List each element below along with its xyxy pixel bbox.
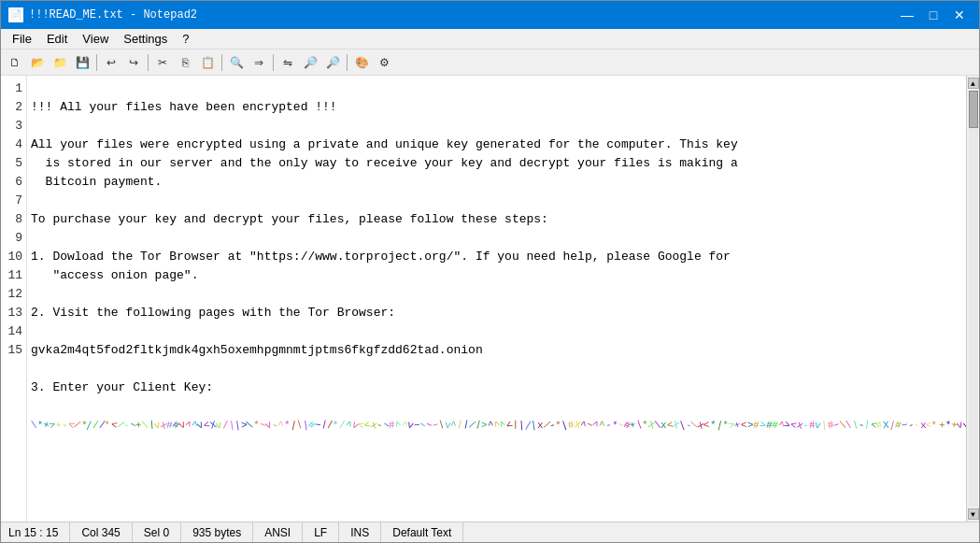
paste-button[interactable]: 📋 [197, 52, 218, 73]
line-num-11: 11 [5, 266, 22, 285]
toolbar-sep-1 [96, 54, 97, 71]
status-col: Col 345 [70, 522, 132, 542]
line-13: 3. Enter your Client Key: [31, 380, 213, 394]
status-bar: Ln 15 : 15 Col 345 Sel 0 935 bytes ANSI … [1, 522, 979, 542]
app-icon: 📄 [8, 7, 23, 22]
status-encoding: ANSI [253, 522, 303, 542]
status-lineending: LF [303, 522, 339, 542]
title-bar-controls: — □ ✕ [895, 6, 972, 24]
zoom-out-button[interactable]: 🔎 [322, 52, 343, 73]
line-num-10: 10 [5, 248, 22, 266]
menu-view[interactable]: View [75, 30, 116, 48]
line-5: To purchase your key and decrypt your fi… [31, 212, 548, 226]
toolbar-sep-5 [347, 54, 348, 71]
line-11: gvka2m4qt5fod2fltkjmdk4gxh5oxemhpgmnmtjp… [31, 343, 483, 357]
vertical-scrollbar[interactable]: ▲ ▼ [966, 76, 979, 522]
scroll-track[interactable] [969, 91, 978, 507]
toolbar-sep-2 [148, 54, 149, 71]
line-3c: Bitcoin payment. [31, 175, 162, 189]
line-numbers: 1 2 3 4 5 6 7 8 9 10 11 12 13 14 15 [1, 76, 27, 522]
status-position: Ln 15 : 15 [1, 522, 70, 542]
scroll-up-arrow[interactable]: ▲ [968, 78, 979, 89]
toolbar: 🗋 📂 📁 💾 ↩ ↪ ✂ ⎘ 📋 🔍 ⇒ ⇋ 🔎 🔎 🎨 ⚙ [1, 50, 979, 76]
wrap-button[interactable]: ⇋ [277, 52, 298, 73]
find-button[interactable]: 🔍 [226, 52, 247, 73]
line-15-art: \*+>+-</*|//*</-~+\\vx##v^^v<Xv/||>\*~v-… [31, 418, 966, 432]
settings2-button[interactable]: ⚙ [374, 52, 394, 73]
line-9: 2. Visit the following pages with the To… [31, 306, 395, 320]
status-style: Default Text [381, 522, 463, 542]
maximize-button[interactable]: □ [921, 6, 945, 24]
menu-settings[interactable]: Settings [116, 30, 175, 48]
cut-button[interactable]: ✂ [152, 52, 173, 73]
open2-button[interactable]: 📁 [50, 52, 70, 73]
find2-button[interactable]: ⇒ [249, 52, 269, 73]
title-bar: 📄 !!!READ_ME.txt - Notepad2 — □ ✕ [1, 1, 979, 29]
window-title: !!!READ_ME.txt - Notepad2 [29, 8, 197, 21]
minimize-button[interactable]: — [895, 6, 919, 24]
line-num-13: 13 [5, 304, 22, 322]
line-num-8: 8 [5, 210, 22, 229]
line-3b: is stored in our server and the only way… [31, 156, 738, 170]
menu-edit[interactable]: Edit [39, 30, 75, 48]
line-num-1: 1 [5, 79, 22, 98]
line-3: All your files were encrypted using a pr… [31, 137, 738, 151]
status-size: 935 bytes [181, 522, 253, 542]
line-num-12: 12 [5, 285, 22, 304]
line-1: !!! All your files have been encrypted !… [31, 100, 337, 114]
toolbar-sep-4 [273, 54, 274, 71]
line-num-9: 9 [5, 229, 22, 248]
line-num-3: 3 [5, 117, 22, 136]
line-num-7: 7 [5, 192, 22, 210]
line-num-2: 2 [5, 98, 22, 117]
status-sel: Sel 0 [133, 522, 181, 542]
toolbar-sep-3 [221, 54, 222, 71]
zoom-in-button[interactable]: 🔎 [300, 52, 320, 73]
line-num-14: 14 [5, 322, 22, 341]
close-button[interactable]: ✕ [947, 6, 972, 24]
line-num-15: 15 [5, 341, 22, 360]
line-7b: "access onion page". [31, 268, 198, 282]
text-content[interactable]: !!! All your files have been encrypted !… [27, 76, 966, 522]
line-num-4: 4 [5, 136, 22, 154]
menu-file[interactable]: File [5, 30, 39, 48]
menu-help[interactable]: ? [175, 30, 196, 48]
copy-button[interactable]: ⎘ [175, 52, 195, 73]
open-button[interactable]: 📂 [27, 52, 48, 73]
scroll-thumb[interactable] [969, 91, 978, 128]
scheme-button[interactable]: 🎨 [351, 52, 372, 73]
redo-button[interactable]: ↪ [123, 52, 144, 73]
scroll-down-arrow[interactable]: ▼ [968, 508, 979, 520]
notepad-window: 📄 !!!READ_ME.txt - Notepad2 — □ ✕ File E… [0, 0, 980, 543]
save-button[interactable]: 💾 [72, 52, 92, 73]
undo-button[interactable]: ↩ [101, 52, 121, 73]
title-bar-left: 📄 !!!READ_ME.txt - Notepad2 [8, 7, 197, 22]
line-num-6: 6 [5, 173, 22, 192]
status-mode: INS [339, 522, 381, 542]
editor-area: 1 2 3 4 5 6 7 8 9 10 11 12 13 14 15 !!! … [1, 76, 979, 522]
line-num-5: 5 [5, 154, 22, 173]
line-7: 1. Dowload the Tor Browser at "https://w… [31, 250, 731, 264]
menu-bar: File Edit View Settings ? [1, 29, 979, 50]
new-button[interactable]: 🗋 [5, 52, 25, 73]
